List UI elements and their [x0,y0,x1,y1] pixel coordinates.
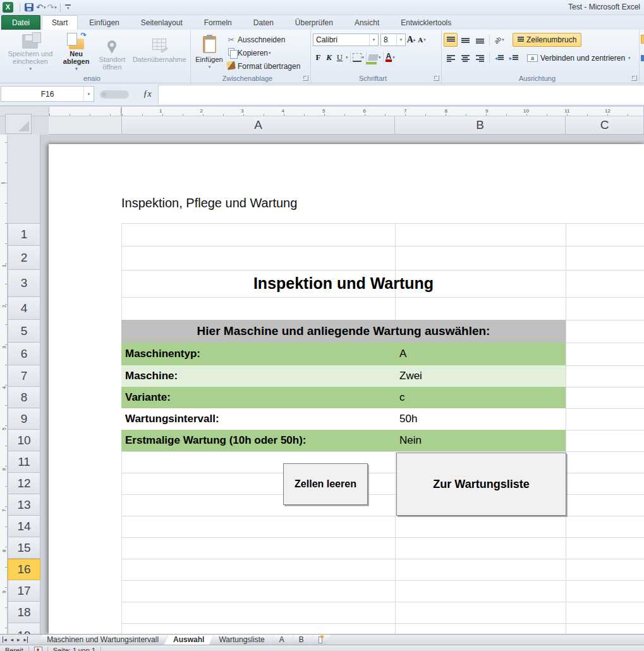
sheet-tab[interactable]: B [290,635,313,645]
ribbon-tab[interactable]: Überprüfen [285,15,343,30]
first-sheet-button[interactable]: ◂ [3,636,7,643]
clipboard-dialog-launcher-icon[interactable] [303,75,308,81]
decrease-indent-button[interactable]: ◂ [492,51,506,65]
copy-button[interactable]: Kopieren▾ [226,46,300,59]
font-dialog-launcher-icon[interactable] [434,75,439,81]
wrap-text-button[interactable]: Zeilenumbruch [513,33,581,47]
ribbon-tab[interactable]: Datei [1,15,40,30]
save-checkin-button[interactable]: Speichern und einchecken▾ [2,32,59,73]
ribbon-tab[interactable]: Einfügen [79,15,129,30]
form-title-cell[interactable]: Inspektion und Wartung [121,270,566,297]
new-file-button[interactable]: Neu ablegen▾ [59,32,94,73]
row-header[interactable]: 6 [8,343,40,365]
macro-record-icon[interactable] [34,647,42,651]
font-color-dropdown-icon[interactable]: ▾ [392,55,395,60]
fill-color-icon[interactable] [368,54,379,61]
open-location-button[interactable]: Standort öffnen [94,32,131,73]
paste-button[interactable]: Einfügen▾ [193,32,226,73]
customize-qat-button[interactable]: ▾ [65,4,71,11]
redo-dropdown-icon[interactable]: ▾ [54,5,57,10]
form-field-row[interactable]: Maschine: Zwei [121,365,566,387]
insert-sheet-tab[interactable] [310,635,331,645]
row-header[interactable]: 16 [8,559,40,580]
row-header[interactable]: 15 [8,537,40,559]
font-family-combo[interactable]: Calibri▾ [313,33,379,46]
row-header[interactable]: 1 [8,223,40,246]
font-size-combo[interactable]: 8▾ [380,33,406,46]
cut-button[interactable]: ✂ Ausschneiden [226,33,300,46]
excel-logo-icon[interactable]: X [3,2,13,13]
column-header[interactable]: B [395,116,566,135]
row-header[interactable]: 10 [8,430,40,451]
align-center-button[interactable] [458,51,472,65]
sheet-tab[interactable]: Wartungsliste [210,635,273,645]
ribbon-tab[interactable]: Seitenlayout [131,15,193,30]
form-field-row[interactable]: Variante: c [121,387,566,408]
row-header[interactable]: 14 [8,516,40,537]
formula-input[interactable] [158,85,644,104]
field-value-cell[interactable]: A [399,348,406,360]
form-field-row[interactable]: Wartungsintervall: 50h [121,408,566,430]
column-header[interactable]: C [566,116,644,135]
row-header[interactable]: 13 [8,494,40,516]
goto-maintenance-list-button[interactable]: Zur Wartungsliste [396,453,566,516]
row-header[interactable]: 18 [8,602,40,623]
row-header[interactable]: 17 [8,580,40,602]
italic-button[interactable]: K [324,51,334,64]
borders-icon[interactable] [353,53,361,62]
underline-button[interactable]: U [334,51,345,64]
formula-bar-grip[interactable] [100,90,129,99]
align-left-button[interactable] [444,51,458,65]
sheet-tab[interactable]: A [270,635,293,645]
font-color-icon[interactable]: A [386,53,392,62]
ribbon-tab[interactable]: Formeln [194,15,242,30]
undo-button[interactable]: ↶▾ [36,3,46,12]
select-all-button[interactable] [5,114,32,134]
page-header-text[interactable]: Inspektion, Pflege und Wartung [121,196,297,210]
form-field-row[interactable]: Maschinentyp: A [121,343,566,365]
merge-center-button[interactable]: a Verbinden und zentrieren▾ [525,51,633,65]
orientation-button[interactable]: ab▾ [492,33,506,47]
row-header[interactable]: 9 [8,408,40,430]
insert-function-button[interactable]: ƒx [138,87,157,101]
data-transfer-button[interactable]: Datenübernahme [130,32,188,73]
align-bottom-button[interactable] [473,33,487,47]
row-header[interactable]: 8 [8,387,40,408]
grow-font-button[interactable]: A▴ [406,33,416,46]
format-painter-button[interactable]: Format übertragen [226,59,300,73]
row-header[interactable]: 11 [8,451,40,473]
fill-color-dropdown-icon[interactable]: ▾ [379,55,381,60]
last-sheet-button[interactable]: ▸ [24,636,28,643]
name-box[interactable]: F16 ▾ [1,86,94,102]
align-right-button[interactable] [473,51,487,65]
borders-dropdown-icon[interactable]: ▾ [362,55,365,60]
next-sheet-button[interactable]: ▸ [17,636,20,643]
column-header[interactable]: A [121,116,395,135]
align-middle-button[interactable] [458,33,472,47]
bold-button[interactable]: F [313,51,324,64]
field-value-cell[interactable]: 50h [399,413,417,425]
row-header[interactable]: 3 [8,270,40,297]
redo-button[interactable]: ↷▾ [47,3,56,12]
field-value-cell[interactable]: c [399,391,405,404]
ribbon-tab[interactable]: Entwicklertools [391,15,461,30]
row-header[interactable]: 7 [8,365,40,387]
sheet-tab[interactable]: Auswahl [164,635,213,645]
field-value-cell[interactable]: Zwei [399,370,422,382]
ribbon-tab[interactable]: Start [42,15,78,30]
previous-sheet-button[interactable]: ◂ [11,636,14,643]
align-top-button[interactable] [444,33,458,47]
ribbon-tab[interactable]: Ansicht [344,15,389,30]
increase-indent-button[interactable]: ▸ [507,51,521,65]
clear-cells-button[interactable]: Zellen leeren [283,463,368,505]
name-box-dropdown-icon[interactable]: ▾ [83,87,94,101]
row-header[interactable]: 2 [8,246,40,270]
row-header[interactable]: 19 [8,623,40,634]
field-value-cell[interactable]: Nein [399,434,422,447]
sheet-tab[interactable]: Maschinen und Wartungsintervall [38,635,167,645]
row-header[interactable]: 12 [8,473,40,494]
alignment-dialog-launcher-icon[interactable] [631,75,637,81]
form-banner-cell[interactable]: Hier Maschine und anliegende Wartung aus… [121,320,566,343]
save-icon[interactable] [25,3,33,11]
ribbon-tab[interactable]: Daten [243,15,284,30]
